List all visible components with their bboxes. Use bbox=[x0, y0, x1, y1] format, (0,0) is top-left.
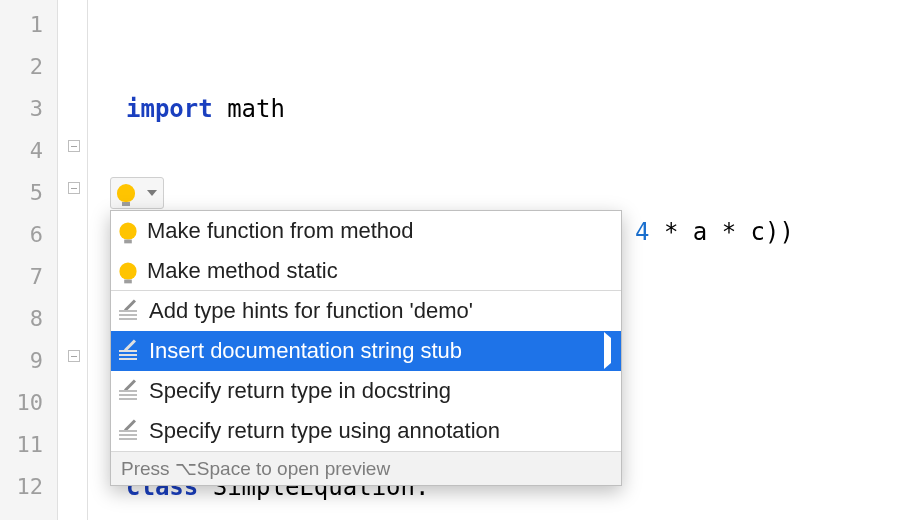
lightbulb-icon bbox=[119, 262, 136, 279]
line-number: 7 bbox=[0, 256, 43, 298]
intention-action-label: Make function from method bbox=[147, 218, 414, 244]
intention-action-item[interactable]: Specify return type using annotation bbox=[111, 411, 621, 451]
fold-gutter: – – – bbox=[58, 0, 88, 520]
intention-bulb-button[interactable] bbox=[110, 177, 164, 209]
intention-action-item[interactable]: Specify return type in docstring bbox=[111, 371, 621, 411]
line-number: 2 bbox=[0, 46, 43, 88]
line-number: 1 bbox=[0, 4, 43, 46]
line-number: 5 bbox=[0, 172, 43, 214]
line-number: 4 bbox=[0, 130, 43, 172]
fold-marker[interactable]: – bbox=[68, 350, 80, 362]
intention-action-label: Make method static bbox=[147, 258, 338, 284]
edit-icon bbox=[119, 422, 139, 440]
line-number: 9 bbox=[0, 340, 43, 382]
line-number: 11 bbox=[0, 424, 43, 466]
fold-marker[interactable]: – bbox=[68, 140, 80, 152]
intention-action-label: Add type hints for function 'demo' bbox=[149, 298, 473, 324]
intention-action-item[interactable]: Make function from method bbox=[111, 211, 621, 251]
line-number-gutter: 123456789101112 bbox=[0, 0, 58, 520]
intention-action-item[interactable]: Add type hints for function 'demo' bbox=[111, 291, 621, 331]
line-number: 6 bbox=[0, 214, 43, 256]
intention-action-label: Specify return type in docstring bbox=[149, 378, 451, 404]
line-number: 10 bbox=[0, 382, 43, 424]
popup-footer-hint: Press ⌥Space to open preview bbox=[111, 451, 621, 485]
edit-icon bbox=[119, 382, 139, 400]
intention-action-label: Specify return type using annotation bbox=[149, 418, 500, 444]
chevron-down-icon bbox=[147, 190, 157, 196]
fold-marker[interactable]: – bbox=[68, 182, 80, 194]
lightbulb-icon bbox=[119, 222, 136, 239]
edit-icon bbox=[119, 302, 139, 320]
code-fragment: 4 * a * c)) bbox=[635, 218, 794, 246]
line-number: 3 bbox=[0, 88, 43, 130]
edit-icon bbox=[119, 342, 139, 360]
intention-action-item[interactable]: Insert documentation string stub bbox=[111, 331, 621, 371]
intention-action-item[interactable]: Make method static bbox=[111, 251, 621, 291]
chevron-right-icon bbox=[604, 332, 611, 369]
intention-actions-popup: Make function from methodMake method sta… bbox=[110, 210, 622, 486]
code-line: import math bbox=[126, 88, 920, 130]
intention-action-label: Insert documentation string stub bbox=[149, 338, 462, 364]
line-number: 8 bbox=[0, 298, 43, 340]
lightbulb-icon bbox=[117, 184, 135, 202]
line-number: 12 bbox=[0, 466, 43, 508]
